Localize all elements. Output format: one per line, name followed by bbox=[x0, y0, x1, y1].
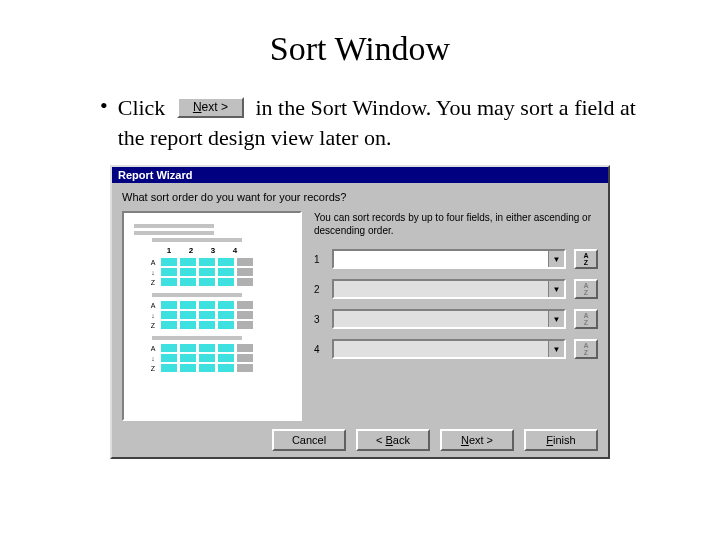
bullet-text: Click Next > in the Sort Window. You may… bbox=[118, 92, 660, 151]
preview-col-headers: 1 2 3 4 bbox=[160, 246, 294, 255]
wizard-question: What sort order do you want for your rec… bbox=[122, 191, 598, 203]
button-rest: ext > bbox=[202, 100, 228, 115]
next-button[interactable]: Next > bbox=[440, 429, 514, 451]
chevron-down-icon[interactable]: ▼ bbox=[548, 341, 564, 357]
chevron-down-icon[interactable]: ▼ bbox=[548, 311, 564, 327]
instruction-bullet: • Click Next > in the Sort Window. You m… bbox=[100, 92, 680, 151]
preview-grid: A ↓ Z bbox=[148, 300, 294, 330]
field-num: 2 bbox=[314, 284, 324, 295]
finish-button[interactable]: Finish bbox=[524, 429, 598, 451]
fields-intro-text: You can sort records by up to four field… bbox=[314, 211, 598, 237]
report-wizard-dialog: Report Wizard What sort order do you wan… bbox=[110, 165, 610, 459]
dialog-titlebar: Report Wizard bbox=[112, 167, 608, 183]
preview-grid: A ↓ Z bbox=[148, 257, 294, 287]
page-title: Sort Window bbox=[40, 30, 680, 68]
sort-combo-2[interactable]: ▼ bbox=[332, 279, 566, 299]
sort-field-row-1: 1 ▼ AZ bbox=[314, 249, 598, 269]
bullet-prefix: Click bbox=[118, 95, 166, 120]
sort-preview-pane: 1 2 3 4 A ↓ Z A ↓ Z bbox=[122, 211, 302, 421]
back-button[interactable]: < Back bbox=[356, 429, 430, 451]
sort-fields-column: You can sort records by up to four field… bbox=[314, 211, 598, 421]
wizard-button-row: Cancel < Back Next > Finish bbox=[122, 421, 598, 451]
sort-field-row-2: 2 ▼ AZ bbox=[314, 279, 598, 299]
field-num: 1 bbox=[314, 254, 324, 265]
sort-order-button-3: AZ bbox=[574, 309, 598, 329]
chevron-down-icon[interactable]: ▼ bbox=[548, 281, 564, 297]
sort-field-row-3: 3 ▼ AZ bbox=[314, 309, 598, 329]
bullet-dot: • bbox=[100, 92, 108, 120]
field-num: 4 bbox=[314, 344, 324, 355]
field-num: 3 bbox=[314, 314, 324, 325]
next-button-inline[interactable]: Next > bbox=[177, 97, 244, 118]
chevron-down-icon[interactable]: ▼ bbox=[548, 251, 564, 267]
sort-combo-4[interactable]: ▼ bbox=[332, 339, 566, 359]
sort-order-button-1[interactable]: AZ bbox=[574, 249, 598, 269]
mnemonic-char: N bbox=[193, 100, 202, 115]
preview-grid: A ↓ Z bbox=[148, 343, 294, 373]
sort-order-button-4: AZ bbox=[574, 339, 598, 359]
sort-combo-1[interactable]: ▼ bbox=[332, 249, 566, 269]
sort-order-button-2: AZ bbox=[574, 279, 598, 299]
sort-field-row-4: 4 ▼ AZ bbox=[314, 339, 598, 359]
cancel-button[interactable]: Cancel bbox=[272, 429, 346, 451]
sort-combo-3[interactable]: ▼ bbox=[332, 309, 566, 329]
